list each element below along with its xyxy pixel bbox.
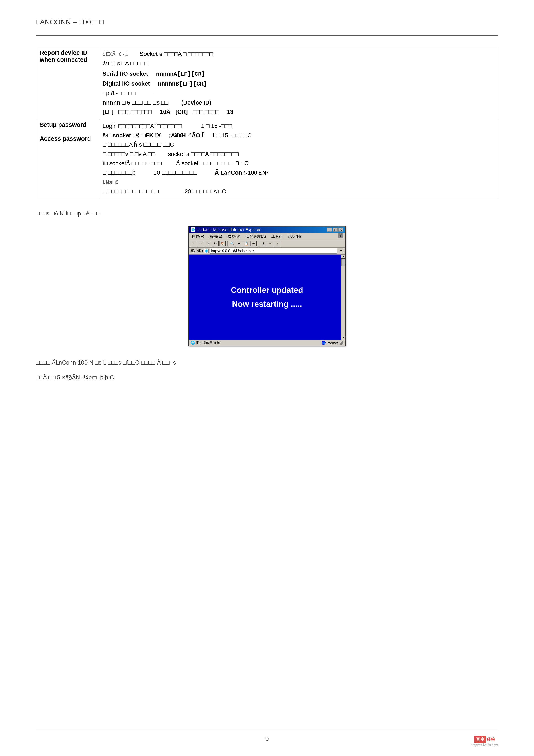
ie-favorites-btn[interactable]: ★ <box>236 241 242 247</box>
ie-search-button[interactable]: 🔍 <box>229 241 235 247</box>
pw-line8: □ □□□□□□□□□□□□ □□ 20 □□□□□□s □C <box>102 187 494 196</box>
ie-toolbar: ← → ✕ ↻ 🏠 🔍 ★ 📋 ✉ 🖨 ✏ » <box>189 240 345 248</box>
pw-line2: ŝ·□ socket □© □FK !X ¡A¥¥H -ªÃO Î 1 □ 15… <box>102 131 494 140</box>
ie-forward-button[interactable]: → <box>198 241 204 247</box>
page-header: LANCONN – 100 □ □ <box>36 18 498 26</box>
ie-maximize-button[interactable]: □ <box>333 228 338 232</box>
ie-icon: 🌐 <box>191 228 195 232</box>
ie-menu-icon: ⊞ <box>338 233 343 238</box>
baidu-watermark: 百度 经验 jingyan.baidu.com <box>471 736 498 747</box>
ie-stop-button[interactable]: ✕ <box>205 241 211 247</box>
page-footer: 9 <box>0 731 534 742</box>
scrambled-line2: ŵ □ □s □A □□□□□ <box>102 59 494 68</box>
pw-line7: ŨNs□C <box>102 177 494 187</box>
ie-status-loading-text: 正在開啟畫面 ht <box>196 341 220 344</box>
ie-address-label: 網址(D) <box>191 249 203 253</box>
line4-row: □p 8 -□□□□□ . <box>102 89 494 98</box>
serial-row: Serial I/O socket nnnnnA[LF][CR] <box>102 69 494 79</box>
ie-toolbar-sep2 <box>258 241 258 247</box>
table-row-report-device: Report device ID when connected ẽĒXÃ C·í… <box>36 47 498 119</box>
baidu-name: 百度 <box>474 736 486 743</box>
ie-menu-file[interactable]: 檔案(F) <box>191 233 205 239</box>
ie-toolbar-sep1 <box>227 241 227 247</box>
ie-home-button[interactable]: 🏠 <box>220 241 226 247</box>
ie-menubar: 檔案(F) 編輯(E) 檢視(V) 我的最愛(A) 工具(I) 說明(H) ⊞ <box>189 233 345 240</box>
now-restarting-text: Now restarting ..... <box>232 299 302 309</box>
baidu-jingyan: 经验 <box>487 737 495 742</box>
table-row-password: Setup password Access password Login □□□… <box>36 119 498 199</box>
bottom-text-2: □□Ã □□ 5 ×â§ÃN -¼þm□þ·þ·C <box>36 372 498 383</box>
pw-line6: □ □□□□□□□b 10 □□□□□□□□□□ Ã LanConn-100 £… <box>102 168 494 177</box>
ie-address-dropdown[interactable]: ▼ <box>339 249 343 253</box>
digital-row: Digital I/O socket nnnnnB[LF][CR] <box>102 79 494 89</box>
ie-scroll-track <box>341 258 345 336</box>
bottom-text-1: □□□□ ÃLnConn-100 N □s L □□□s □î□□O □□□□ … <box>36 357 498 368</box>
baidu-logo-container: 百度 经验 <box>474 736 495 743</box>
ie-window-controls[interactable]: _ □ ✕ <box>327 228 343 232</box>
ie-close-button[interactable]: ✕ <box>338 228 343 232</box>
ie-statusbar: 🌐 正在開啟畫面 ht 🌐 Internet <box>189 340 345 346</box>
content-report-device: ẽĒXÃ C·í Socket s □□□□A □ □□□□□□□ ŵ □ □s… <box>99 47 498 119</box>
ie-status-internet: 🌐 Internet <box>322 341 338 345</box>
ie-minimize-button[interactable]: _ <box>327 228 332 232</box>
ie-scroll-down[interactable]: ▼ <box>341 336 345 340</box>
ie-address-icon: 🌐 <box>204 249 209 253</box>
footer-divider <box>36 731 498 731</box>
page-title: LANCONN – 100 □ □ <box>36 18 104 26</box>
ie-back-button[interactable]: ← <box>191 241 197 247</box>
ie-refresh-button[interactable]: ↻ <box>212 241 219 247</box>
ie-mail-btn[interactable]: ✉ <box>251 241 257 247</box>
text-below-table: □□□s □A N î□□□p □è -□□ <box>36 210 498 217</box>
ie-titlebar-left: 🌐 Update - Microsoft Internet Explorer <box>191 228 260 232</box>
ie-edit-btn[interactable]: ✏ <box>267 241 273 247</box>
ie-print-btn[interactable]: 🖨 <box>260 241 266 247</box>
ie-titlebar: 🌐 Update - Microsoft Internet Explorer _… <box>189 227 345 233</box>
ie-content: Controller updated Now restarting ..... … <box>189 255 345 340</box>
pw-line4: □ □□□□□v □ □v A □□ socket s □□□□A □□□□□□… <box>102 149 494 159</box>
ie-resize-handle[interactable] <box>340 341 343 344</box>
ie-addressbar: 網址(D) 🌐 ▼ <box>189 248 345 255</box>
ie-status-text: 🌐 正在開啟畫面 ht <box>191 341 320 345</box>
baidu-url: jingyan.baidu.com <box>471 743 498 747</box>
line5-row: nnnnn □ 5 □□□ □□ □s □□ (Device ID) <box>102 98 494 108</box>
pw-line5: î□ socketÃ □□□□□ □□□ Ã socket □□□□□□□□□□… <box>102 159 494 168</box>
ie-status-loading-icon: 🌐 <box>191 341 195 344</box>
ie-internet-text: Internet <box>327 341 338 345</box>
header-divider <box>36 35 498 36</box>
ie-menu-tools[interactable]: 工具(I) <box>271 233 283 239</box>
page-container: LANCONN – 100 □ □ Report device ID when … <box>0 0 534 756</box>
ie-internet-icon: 🌐 <box>322 341 326 345</box>
ie-expand-btn[interactable]: » <box>274 241 280 247</box>
lf-cr-row: [LF] □□□ □□□□□□ 10Ã [CR] □□□ □□□□ 13 <box>102 107 494 117</box>
ie-title-text: Update - Microsoft Internet Explorer <box>197 228 260 232</box>
pw-line3: □ □□□□□□A ĥ s □□□□□ □□C <box>102 140 494 149</box>
page-number: 9 <box>265 735 269 742</box>
label-report-device: Report device ID when connected <box>36 47 99 119</box>
controller-updated-text: Controller updated <box>231 285 303 295</box>
ie-menu-favorites[interactable]: 我的最愛(A) <box>245 233 267 239</box>
ie-browser-window: 🌐 Update - Microsoft Internet Explorer _… <box>188 226 346 346</box>
label-password: Setup password Access password <box>36 119 99 199</box>
ie-menu-view[interactable]: 檢視(V) <box>227 233 241 239</box>
ie-menu-help[interactable]: 說明(H) <box>287 233 302 239</box>
ie-address-input[interactable] <box>210 248 337 254</box>
ie-menu-edit[interactable]: 編輯(E) <box>209 233 223 239</box>
ie-scroll-thumb[interactable] <box>341 259 345 266</box>
ie-history-btn[interactable]: 📋 <box>243 241 250 247</box>
content-password: Login □□□□□□□□□A î□□□□□□□ 1 □ 15 -□□□ ŝ·… <box>99 119 498 199</box>
ie-scroll-up[interactable]: ▲ <box>341 255 345 258</box>
main-table: Report device ID when connected ẽĒXÃ C·í… <box>36 47 498 199</box>
pw-line1: Login □□□□□□□□□A î□□□□□□□ 1 □ 15 -□□□ <box>102 122 494 131</box>
ie-scrollbar[interactable]: ▲ ▼ <box>341 255 345 340</box>
scrambled-line1: ẽĒXÃ C·í Socket s □□□□A □ □□□□□□□ <box>102 49 494 59</box>
